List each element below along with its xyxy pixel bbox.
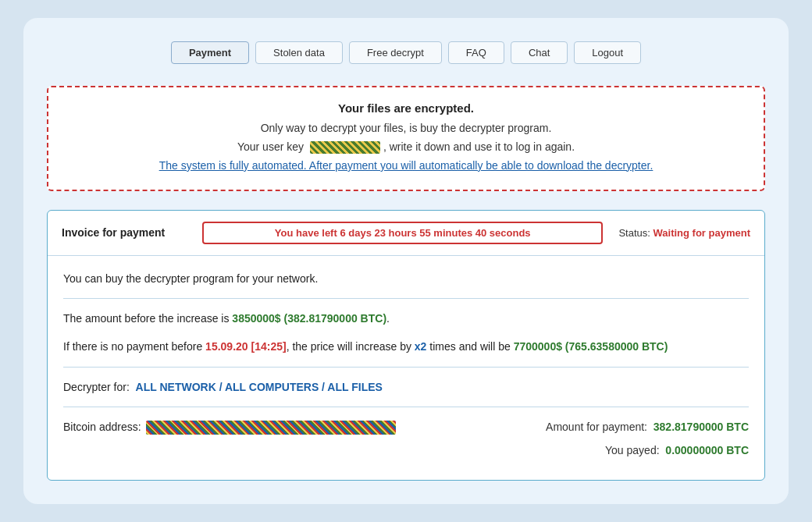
timer-badge: You have left 6 days 23 hours 55 minutes… xyxy=(202,222,603,244)
status-area: Status: Waiting for payment xyxy=(618,227,750,239)
alert-box: Your files are encrypted. Only way to de… xyxy=(47,86,765,190)
alert-line2: Your user key , write it down and use it… xyxy=(72,138,740,157)
invoice-line1: You can buy the decrypter program for yo… xyxy=(63,270,749,287)
invoice-body: You can buy the decrypter program for yo… xyxy=(48,256,764,480)
alert-link-text[interactable]: The system is fully automated. After pay… xyxy=(159,159,654,172)
nav-bar: Payment Stolen data Free decrypt FAQ Cha… xyxy=(47,41,765,64)
divider2 xyxy=(63,367,749,368)
alert-title: Your files are encrypted. xyxy=(72,101,740,115)
amount-for-payment-line: Amount for payment: 382.81790000 BTC xyxy=(546,418,749,435)
status-value: Waiting for payment xyxy=(654,227,750,239)
decrypter-label: Decrypter for: xyxy=(63,381,130,393)
you-payed-line: You payed: 0.00000000 BTC xyxy=(546,442,749,459)
invoice-header: Invoice for payment You have left 6 days… xyxy=(48,211,764,256)
alert-line1: Only way to decrypt your files, is buy t… xyxy=(72,119,740,138)
alert-line2-post: , write it down and use it to log in aga… xyxy=(383,140,575,153)
main-container: Payment Stolen data Free decrypt FAQ Cha… xyxy=(23,18,789,504)
amount-label: Amount for payment: xyxy=(546,421,647,433)
bitcoin-address-image[interactable] xyxy=(146,421,396,435)
nav-payment[interactable]: Payment xyxy=(171,41,249,64)
nav-stolen-data[interactable]: Stolen data xyxy=(255,41,343,64)
nav-faq[interactable]: FAQ xyxy=(448,41,504,64)
invoice-box: Invoice for payment You have left 6 days… xyxy=(47,210,765,481)
invoice-line3-pre: If there is no payment before xyxy=(63,340,205,353)
divider1 xyxy=(63,298,749,299)
alert-link: The system is fully automated. After pay… xyxy=(72,157,740,176)
user-key-image xyxy=(310,141,380,154)
alert-line2-pre: Your user key xyxy=(237,140,307,153)
invoice-line3: If there is no payment before 15.09.20 [… xyxy=(63,338,749,355)
decrypter-line: Decrypter for: ALL NETWORK / ALL COMPUTE… xyxy=(63,378,749,396)
invoice-title: Invoice for payment xyxy=(62,226,187,239)
nav-free-decrypt[interactable]: Free decrypt xyxy=(349,41,442,64)
bitcoin-address-line: Bitcoin address: xyxy=(63,418,530,435)
decrypter-value: ALL NETWORK / ALL COMPUTERS / ALL FILES xyxy=(136,381,383,393)
bitcoin-section: Bitcoin address: xyxy=(63,418,530,446)
invoice-line2-post: . xyxy=(386,312,390,325)
divider3 xyxy=(63,407,749,407)
status-label: Status: xyxy=(618,227,650,239)
payment-info: Amount for payment: 382.81790000 BTC You… xyxy=(546,418,749,466)
invoice-line3-mid2: times and will be xyxy=(426,340,513,353)
invoice-multiplier: x2 xyxy=(415,340,427,353)
nav-logout[interactable]: Logout xyxy=(574,41,641,64)
invoice-amount1: 3850000$ (382.81790000 BTC) xyxy=(232,312,386,325)
invoice-date: 15.09.20 [14:25] xyxy=(205,340,287,353)
invoice-line2: The amount before the increase is 385000… xyxy=(63,310,749,327)
payed-value: 0.00000000 BTC xyxy=(665,444,749,456)
invoice-line3-mid: , the price will increase by xyxy=(287,340,415,353)
invoice-amount2: 7700000$ (765.63580000 BTC) xyxy=(514,340,668,353)
invoice-line2-pre: The amount before the increase is xyxy=(63,312,232,325)
payed-label: You payed: xyxy=(605,444,660,456)
bitcoin-label: Bitcoin address: xyxy=(63,421,141,433)
nav-chat[interactable]: Chat xyxy=(511,41,568,64)
amount-value: 382.81790000 BTC xyxy=(654,421,749,433)
bottom-row: Bitcoin address: Amount for payment: 382… xyxy=(63,418,749,466)
